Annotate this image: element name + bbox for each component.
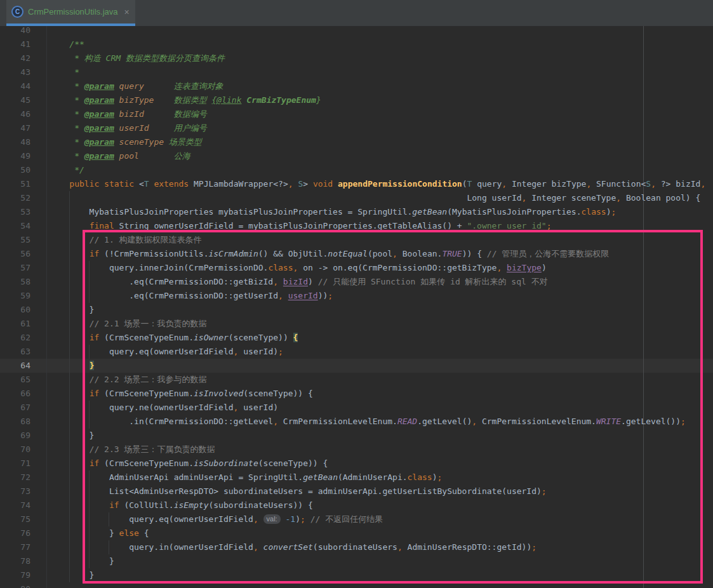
code-line-71[interactable]: 71 if (CrmSceneTypeEnum.isSubordinate(sc… <box>0 457 713 471</box>
code-text: } <box>50 568 94 582</box>
line-number[interactable]: 78 <box>0 554 30 568</box>
line-number[interactable]: 77 <box>0 540 30 554</box>
line-number[interactable]: 42 <box>0 51 30 65</box>
line-number[interactable]: 47 <box>0 121 30 135</box>
code-line-69[interactable]: 69 } <box>0 429 713 443</box>
code-line-74[interactable]: 74 if (CollUtil.isEmpty(subordinateUsers… <box>0 498 713 512</box>
line-number[interactable]: 62 <box>0 331 30 345</box>
line-number[interactable]: 57 <box>0 261 30 275</box>
code-line-68[interactable]: 68 .in(CrmPermissionDO::getLevel, CrmPer… <box>0 415 713 429</box>
code-line-78[interactable]: 78 } <box>0 554 713 568</box>
line-number[interactable]: 67 <box>0 401 30 415</box>
line-number[interactable]: 53 <box>0 205 30 219</box>
code-line-42[interactable]: 42 * 构造 CRM 数据类型数据分页查询条件 <box>0 51 713 65</box>
code-line-40[interactable]: 40 <box>0 26 713 37</box>
code-line-66[interactable]: 66 if (CrmSceneTypeEnum.isInvolved(scene… <box>0 387 713 401</box>
java-class-icon: C <box>11 6 23 18</box>
code-editor[interactable]: 4041 /**42 * 构造 CRM 数据类型数据分页查询条件43 *44 *… <box>0 26 713 588</box>
code-line-58[interactable]: 58 .eq(CrmPermissionDO::getBizId, bizId)… <box>0 275 713 289</box>
code-line-44[interactable]: 44 * @param query 连表查询对象 <box>0 79 713 93</box>
code-text: * @param sceneType 场景类型 <box>50 135 202 149</box>
code-line-75[interactable]: 75 query.eq(ownerUserIdField, val: -1); … <box>0 512 713 526</box>
line-number[interactable]: 64 <box>0 359 30 373</box>
code-line-59[interactable]: 59 .eq(CrmPermissionDO::getUserId, userI… <box>0 289 713 303</box>
line-number[interactable]: 68 <box>0 415 30 429</box>
code-line-43[interactable]: 43 * <box>0 65 713 79</box>
line-number[interactable]: 65 <box>0 373 30 387</box>
code-line-48[interactable]: 48 * @param sceneType 场景类型 <box>0 135 713 149</box>
line-number[interactable]: 59 <box>0 289 30 303</box>
code-line-63[interactable]: 63 query.eq(ownerUserIdField, userId); <box>0 345 713 359</box>
code-line-73[interactable]: 73 List<AdminUserRespDTO> subordinateUse… <box>0 484 713 498</box>
code-line-57[interactable]: 57 query.innerJoin(CrmPermissionDO.class… <box>0 261 713 275</box>
code-line-70[interactable]: 70 // 2.3 场景三：下属负责的数据 <box>0 443 713 457</box>
line-number[interactable]: 60 <box>0 303 30 317</box>
code-line-80[interactable]: 80 <box>0 582 713 588</box>
line-number[interactable]: 70 <box>0 443 30 457</box>
line-number[interactable]: 76 <box>0 526 30 540</box>
line-number[interactable]: 46 <box>0 107 30 121</box>
code-line-50[interactable]: 50 */ <box>0 163 713 177</box>
code-line-76[interactable]: 76 } else { <box>0 526 713 540</box>
code-line-64[interactable]: 64 } <box>0 359 713 373</box>
line-number[interactable]: 66 <box>0 387 30 401</box>
code-line-49[interactable]: 49 * @param pool 公海 <box>0 149 713 163</box>
line-number[interactable]: 45 <box>0 93 30 107</box>
code-text: */ <box>50 163 84 177</box>
code-line-55[interactable]: 55 // 1. 构建数据权限连表条件 <box>0 233 713 247</box>
line-number[interactable]: 49 <box>0 149 30 163</box>
line-number[interactable]: 79 <box>0 568 30 582</box>
code-text: final String ownerUserIdField = mybatisP… <box>50 219 552 233</box>
line-number[interactable]: 54 <box>0 219 30 233</box>
code-line-54[interactable]: 54 final String ownerUserIdField = mybat… <box>0 219 713 233</box>
line-number[interactable]: 51 <box>0 177 30 191</box>
code-line-79[interactable]: 79 } <box>0 568 713 582</box>
code-line-41[interactable]: 41 /** <box>0 37 713 51</box>
line-number[interactable]: 73 <box>0 484 30 498</box>
line-number[interactable]: 71 <box>0 457 30 471</box>
code-line-46[interactable]: 46 * @param bizId 数据编号 <box>0 107 713 121</box>
code-line-65[interactable]: 65 // 2.2 场景二：我参与的数据 <box>0 373 713 387</box>
code-line-61[interactable]: 61 // 2.1 场景一：我负责的数据 <box>0 317 713 331</box>
line-number[interactable]: 80 <box>0 582 30 588</box>
line-number[interactable]: 40 <box>0 26 30 37</box>
tab-crmpermissionutils[interactable]: C CrmPermissionUtils.java × <box>6 0 135 23</box>
code-line-52[interactable]: 52 Long userId, Integer sceneType, Boole… <box>0 191 713 205</box>
line-number[interactable]: 48 <box>0 135 30 149</box>
line-number[interactable]: 44 <box>0 79 30 93</box>
code-line-56[interactable]: 56 if (!CrmPermissionUtils.isCrmAdmin() … <box>0 247 713 261</box>
line-number[interactable]: 61 <box>0 317 30 331</box>
tab-close-icon[interactable]: × <box>124 8 130 17</box>
line-number[interactable]: 50 <box>0 163 30 177</box>
line-number[interactable]: 74 <box>0 498 30 512</box>
line-number[interactable]: 55 <box>0 233 30 247</box>
code-line-60[interactable]: 60 } <box>0 303 713 317</box>
code-line-53[interactable]: 53 MybatisPlusJoinProperties mybatisPlus… <box>0 205 713 219</box>
code-line-72[interactable]: 72 AdminUserApi adminUserApi = SpringUti… <box>0 471 713 484</box>
code-line-77[interactable]: 77 query.in(ownerUserIdField, convertSet… <box>0 540 713 554</box>
code-text: * @param bizId 数据编号 <box>50 107 207 121</box>
code-line-67[interactable]: 67 query.ne(ownerUserIdField, userId) <box>0 401 713 415</box>
line-number[interactable]: 56 <box>0 247 30 261</box>
code-line-51[interactable]: 51 public static <T extends MPJLambdaWra… <box>0 177 713 191</box>
code-line-47[interactable]: 47 * @param userId 用户编号 <box>0 121 713 135</box>
code-text: if (CollUtil.isEmpty(subordinateUsers)) … <box>50 498 313 512</box>
line-number[interactable]: 58 <box>0 275 30 289</box>
code-text: } <box>50 359 94 373</box>
line-number[interactable]: 63 <box>0 345 30 359</box>
code-line-45[interactable]: 45 * @param bizType 数据类型 {@link CrmBizTy… <box>0 93 713 107</box>
line-number[interactable]: 43 <box>0 65 30 79</box>
line-number[interactable]: 69 <box>0 429 30 443</box>
line-number[interactable]: 41 <box>0 37 30 51</box>
line-number[interactable]: 72 <box>0 471 30 484</box>
code-text: if (!CrmPermissionUtils.isCrmAdmin() && … <box>50 247 609 261</box>
code-text: query.eq(ownerUserIdField, userId); <box>50 345 283 359</box>
code-line-62[interactable]: 62 if (CrmSceneTypeEnum.isOwner(sceneTyp… <box>0 331 713 345</box>
line-number[interactable]: 75 <box>0 512 30 526</box>
editor-tab-bar: C CrmPermissionUtils.java × <box>0 0 713 26</box>
code-text: } <box>50 303 94 317</box>
code-text: * <box>50 65 79 79</box>
code-text: public static <T extends MPJLambdaWrappe… <box>50 177 705 191</box>
line-number[interactable]: 52 <box>0 191 30 205</box>
code-text: AdminUserApi adminUserApi = SpringUtil.g… <box>50 471 442 484</box>
